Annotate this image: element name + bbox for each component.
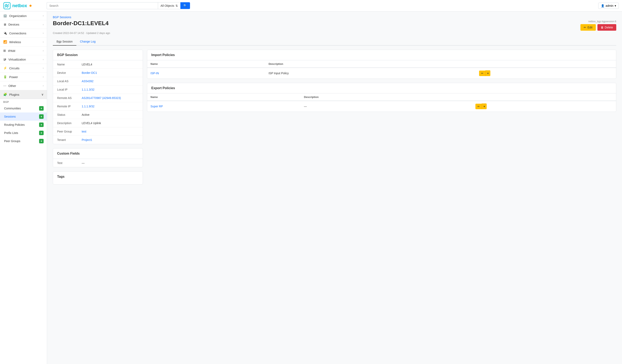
logo-area: netbox [3, 2, 44, 9]
sidebar-item-virtualization[interactable]: 🖳 Virtualization › [0, 55, 47, 64]
meta-id: netbox_bgp.bgpsession:6 [581, 20, 616, 23]
remote-ip-link[interactable]: 1.1.1.9/32 [82, 105, 94, 108]
export-policies-table: Name Description Super RP — [147, 93, 616, 112]
tags-title: Tags [57, 175, 139, 179]
wireless-icon: 📶 [3, 40, 7, 44]
bgp-session-title: BGP Session [53, 50, 143, 60]
remote-as-link[interactable]: AS2814770987 (42949.65323) [82, 96, 121, 100]
bgp-session-body: Name LEVEL4 Device Border-DC1 Local AS A… [53, 60, 143, 144]
search-area: All Objects ⇅ 🔍 [47, 2, 190, 9]
user-icon: 👤 [601, 4, 604, 7]
bgp-sub-menu: BGP Communities + Sessions + Routing Pol… [0, 99, 47, 145]
page-title: Border-DC1:LEVEL4 [53, 20, 109, 27]
cards-row-tags: Tags [53, 171, 616, 184]
policies-column: Import Policies Name Description [147, 50, 616, 144]
chevron-right-icon: › [43, 49, 44, 52]
tags-card: Tags [53, 171, 143, 184]
export-policy-dropdown-button[interactable]: ▾ [482, 104, 487, 109]
add-sessions-button[interactable]: + [39, 114, 44, 119]
tab-bgp-session[interactable]: Bgp Session [53, 38, 76, 46]
peer-group-link[interactable]: test [82, 130, 86, 133]
local-ip-link[interactable]: 1.1.1.3/32 [82, 88, 94, 91]
sidebar-item-sessions[interactable]: Sessions + [0, 112, 47, 121]
cards-row-bottom: Custom Fields Test — [53, 148, 616, 167]
import-policies-title: Import Policies [147, 50, 616, 60]
export-policies-card: Export Policies Name Description [147, 83, 616, 112]
import-policy-name-link[interactable]: ISP-IN [151, 72, 159, 75]
delete-button[interactable]: 🗑 Delete [597, 24, 616, 31]
breadcrumb[interactable]: BGP Sessions [53, 16, 616, 19]
export-policy-edit-button[interactable]: ✏ [475, 104, 482, 109]
add-communities-button[interactable]: + [39, 106, 44, 111]
tenant-link[interactable]: Project1 [82, 138, 92, 142]
field-tenant: Tenant Project1 [53, 136, 143, 144]
sidebar-item-peer-groups[interactable]: Peer Groups + [0, 137, 47, 145]
sidebar-item-wireless[interactable]: 📶 Wireless › [0, 38, 47, 46]
export-policies-body: Name Description Super RP — [147, 93, 616, 112]
page-header: Border-DC1:LEVEL4 netbox_bgp.bgpsession:… [53, 20, 616, 31]
export-policy-name-link[interactable]: Super RP [151, 105, 163, 108]
field-local-as: Local AS AS54392 [53, 77, 143, 86]
field-status: Status Active [53, 111, 143, 119]
pencil-icon: ✏ [584, 26, 586, 29]
logo-dot [29, 5, 32, 7]
header-actions: ✏ Edit 🗑 Delete [581, 24, 616, 31]
sidebar-item-circuits[interactable]: ⚡ Circuits › [0, 64, 47, 73]
logo-text: netbox [12, 3, 27, 8]
custom-field-test: Test — [53, 159, 143, 167]
export-policy-actions: ✏ ▾ [475, 104, 613, 109]
local-as-link[interactable]: AS54392 [82, 80, 94, 83]
sidebar: 🏢 Organization › 🖥 Devices › 🔌 Connectio… [0, 11, 47, 364]
export-col-name: Name [147, 93, 301, 101]
page-meta: Created 2022-04-07 14:52 · Updated 2 day… [53, 32, 616, 35]
admin-button[interactable]: 👤 admin ▾ [598, 3, 619, 9]
import-policy-actions: ✏ ▾ [479, 70, 613, 76]
sidebar-item-power[interactable]: 🔋 Power › [0, 73, 47, 81]
field-device: Device Border-DC1 [53, 69, 143, 77]
chevron-right-icon: › [43, 84, 44, 87]
search-button[interactable]: 🔍 [180, 2, 190, 9]
import-policy-dropdown-button[interactable]: ▾ [486, 70, 490, 76]
add-routing-policies-button[interactable]: + [39, 123, 44, 127]
field-description: Description LEVEL4 Uplink [53, 119, 143, 127]
field-remote-as: Remote AS AS2814770987 (42949.65323) [53, 94, 143, 102]
export-col-desc: Description [301, 93, 472, 101]
sidebar-item-communities[interactable]: Communities + [0, 104, 47, 112]
sidebar-item-other[interactable]: ⋯ Other › [0, 81, 47, 90]
sidebar-item-devices[interactable]: 🖥 Devices › [0, 20, 47, 29]
device-link[interactable]: Border-DC1 [82, 71, 97, 74]
import-policies-card: Import Policies Name Description [147, 50, 616, 79]
sidebar-item-organization[interactable]: 🏢 Organization › [0, 11, 47, 20]
search-input[interactable] [47, 2, 158, 9]
main-content: BGP Sessions Border-DC1:LEVEL4 netbox_bg… [47, 11, 622, 364]
chevron-right-icon: › [43, 67, 44, 70]
add-prefix-lists-button[interactable]: + [39, 131, 44, 135]
chevron-right-icon: › [43, 14, 44, 17]
sidebar-item-ipam[interactable]: ⊞ IPAM › [0, 46, 47, 55]
sidebar-item-connections[interactable]: 🔌 Connections › [0, 29, 47, 38]
import-col-desc: Description [265, 60, 476, 68]
import-policy-edit-button[interactable]: ✏ [479, 71, 486, 76]
field-name: Name LEVEL4 [53, 60, 143, 69]
chevron-down-icon: ∨ [41, 93, 44, 96]
import-policies-body: Name Description ISP-IN ISP Input Policy [147, 60, 616, 78]
chevron-right-icon: › [43, 58, 44, 61]
logo-icon [3, 2, 11, 9]
edit-button[interactable]: ✏ Edit [581, 24, 596, 31]
sidebar-item-routing-policies[interactable]: Routing Policies + [0, 121, 47, 129]
header-right: netbox_bgp.bgpsession:6 ✏ Edit 🗑 Delete [581, 20, 616, 31]
search-filter[interactable]: All Objects ⇅ [158, 2, 180, 9]
tab-change-log[interactable]: Change Log [76, 38, 99, 46]
chevron-right-icon: › [43, 75, 44, 78]
chevron-right-icon: › [43, 40, 44, 43]
cards-row-main: BGP Session Name LEVEL4 Device Border-DC… [53, 50, 616, 144]
nav-right: 👤 admin ▾ [598, 3, 619, 9]
export-policies-title: Export Policies [147, 83, 616, 93]
add-peer-groups-button[interactable]: + [39, 139, 44, 143]
circuits-icon: ⚡ [3, 66, 7, 70]
chevron-right-icon: › [43, 32, 44, 35]
power-icon: 🔋 [3, 75, 7, 79]
sidebar-item-prefix-lists[interactable]: Prefix Lists + [0, 129, 47, 137]
ipam-icon: ⊞ [3, 49, 6, 53]
sidebar-item-plugins[interactable]: 🧩 Plugins ∨ [0, 90, 47, 99]
